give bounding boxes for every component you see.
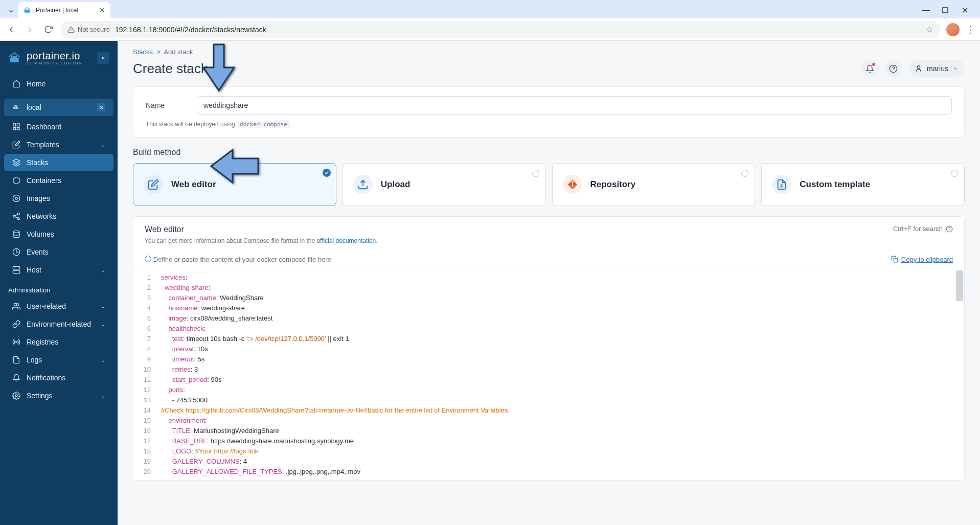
svg-rect-13	[17, 124, 19, 126]
link-icon	[12, 320, 20, 328]
users-icon	[12, 302, 20, 310]
portainer-favicon-icon	[24, 6, 32, 14]
svg-rect-0	[25, 10, 30, 13]
editor-scrollbar[interactable]	[956, 270, 963, 301]
sidebar-item-home[interactable]: Home	[4, 75, 113, 93]
method-icon	[144, 175, 163, 194]
page-title: Create stack	[133, 61, 222, 77]
box-icon	[12, 176, 20, 185]
svg-rect-44	[894, 258, 898, 262]
refresh-icon[interactable]	[213, 61, 222, 77]
svg-point-18	[15, 197, 17, 199]
sidebar-item-host[interactable]: Host⌄	[4, 261, 113, 279]
chevron-down-icon: ⌄	[101, 267, 105, 273]
sidebar-item-networks[interactable]: Networks	[4, 208, 113, 225]
browser-chrome: Portainer | local ✕ — ✕ Not secure 192.1…	[0, 0, 980, 41]
not-secure-badge[interactable]: Not secure	[67, 26, 110, 33]
user-menu[interactable]: marius	[908, 60, 965, 77]
editor-placeholder: Define or paste the content of your dock…	[153, 256, 331, 263]
svg-point-31	[16, 341, 17, 343]
editor-title: Web editor	[145, 225, 378, 234]
svg-rect-7	[15, 56, 17, 58]
browser-tab[interactable]: Portainer | local ✕	[18, 2, 110, 18]
svg-rect-15	[17, 127, 19, 130]
sidebar-item-logs[interactable]: Logs⌄	[4, 351, 113, 369]
breadcrumb: Stacks > Add stack	[118, 41, 980, 56]
svg-rect-9	[15, 107, 16, 108]
build-method-custom-template[interactable]: Custom template	[761, 163, 965, 206]
sidebar-item-registries[interactable]: Registries	[4, 333, 113, 351]
official-docs-link[interactable]: official documentation	[316, 237, 376, 244]
close-env-icon[interactable]: ✕	[97, 103, 105, 111]
back-icon[interactable]	[5, 24, 17, 36]
chevron-down-icon: ⌄	[101, 321, 105, 328]
svg-marker-16	[13, 159, 19, 163]
editor-panel: Web editor You can get more information …	[133, 216, 965, 481]
window-controls: — ✕	[921, 5, 976, 18]
brand-name: portainer.io	[27, 50, 82, 62]
notifications-icon[interactable]	[861, 60, 879, 77]
copy-to-clipboard-link[interactable]: Copy to clipboard	[891, 256, 953, 263]
sidebar-item-local[interactable]: local✕	[4, 99, 113, 116]
svg-rect-6	[13, 56, 15, 58]
svg-point-35	[917, 66, 920, 69]
chevron-down-icon	[952, 65, 959, 72]
sidebar-item-volumes[interactable]: Volumes	[4, 225, 113, 243]
profile-avatar-icon[interactable]	[946, 23, 960, 36]
sidebar-item-user-related[interactable]: User-related⌄	[4, 298, 113, 315]
svg-point-24	[13, 231, 19, 233]
stack-name-input[interactable]	[197, 96, 952, 115]
breadcrumb-stacks-link[interactable]: Stacks	[133, 48, 153, 56]
minimize-icon[interactable]: —	[921, 5, 931, 15]
clock-icon	[12, 248, 20, 256]
tab-close-icon[interactable]: ✕	[99, 6, 105, 14]
reload-icon[interactable]	[42, 24, 54, 36]
copy-icon	[891, 256, 898, 263]
server-icon	[12, 266, 20, 274]
svg-point-32	[15, 395, 17, 397]
svg-rect-10	[17, 107, 18, 108]
brand-edition: COMMUNITY EDITION	[27, 61, 82, 65]
name-label: Name	[146, 101, 176, 109]
bookmark-icon[interactable]: ☆	[926, 25, 933, 34]
build-method-web-editor[interactable]: Web editor	[133, 163, 336, 206]
chevron-down-icon: ⌄	[101, 303, 105, 310]
sidebar-item-events[interactable]: Events	[4, 243, 113, 261]
sidebar: portainer.io COMMUNITY EDITION « Homeloc…	[0, 41, 118, 525]
sidebar-item-templates[interactable]: Templates⌄	[4, 136, 113, 153]
code-editor[interactable]: 1234567891011121314151617181920 services…	[133, 269, 964, 480]
build-method-heading: Build method	[133, 148, 965, 157]
sidebar-item-settings[interactable]: Settings⌄	[4, 387, 113, 404]
sidebar-item-stacks[interactable]: Stacks	[4, 154, 113, 171]
browser-menu-icon[interactable]: ⋮	[966, 24, 975, 35]
svg-rect-4	[10, 58, 19, 62]
database-icon	[12, 230, 20, 238]
close-window-icon[interactable]: ✕	[960, 5, 970, 15]
svg-rect-5	[11, 56, 13, 58]
tabs-dropdown-icon[interactable]	[4, 4, 18, 18]
svg-line-23	[15, 214, 18, 216]
maximize-icon[interactable]	[940, 5, 950, 15]
name-panel: Name This stack will be deployed using d…	[133, 86, 965, 138]
url-input[interactable]: Not secure 192.168.1.18:9000/#!/2/docker…	[60, 21, 940, 38]
chevron-down-icon: ⌄	[101, 142, 105, 148]
user-icon	[915, 64, 923, 73]
build-method-upload[interactable]: Upload	[343, 163, 546, 206]
build-method-repository[interactable]: Repository	[552, 163, 756, 206]
sidebar-item-environment-related[interactable]: Environment-related⌄	[4, 315, 113, 333]
file-icon	[12, 356, 20, 364]
chevron-down-icon: ⌄	[101, 393, 105, 399]
sidebar-item-containers[interactable]: Containers	[4, 172, 113, 189]
sidebar-item-notifications[interactable]: Notifications	[4, 369, 113, 386]
portainer-logo-icon	[7, 51, 21, 65]
radio-icon	[532, 170, 539, 177]
collapse-sidebar-icon[interactable]: «	[97, 52, 109, 64]
radio-icon	[951, 170, 958, 177]
sidebar-item-dashboard[interactable]: Dashboard	[4, 118, 113, 135]
method-icon	[563, 175, 582, 194]
url-text: 192.168.1.18:9000/#!/2/docker/stacks/new…	[115, 26, 266, 34]
forward-icon[interactable]	[24, 24, 36, 36]
method-icon	[353, 175, 373, 194]
sidebar-item-images[interactable]: Images	[4, 190, 113, 207]
help-icon[interactable]	[885, 60, 902, 77]
